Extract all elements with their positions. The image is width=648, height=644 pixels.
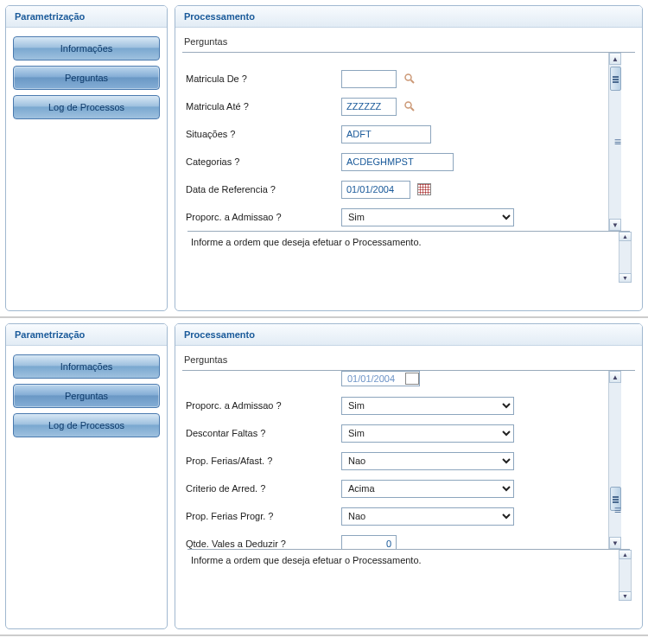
row-criterio-arred: Criterio de Arred. ? Acima — [186, 475, 618, 502]
svg-point-0 — [405, 74, 411, 80]
select-prop-ferias-progr[interactable]: Nao — [341, 507, 514, 526]
section-title: Perguntas — [182, 33, 635, 50]
row-prop-ferias-progr: Prop. Ferias Progr. ? Nao — [186, 502, 618, 530]
help-bar: Informe a ordem que deseja efetuar o Pro… — [187, 231, 630, 283]
help-scrollbar[interactable]: ▲ ▼ — [619, 550, 632, 601]
row-descontar-faltas: Descontar Faltas ? Sim — [186, 419, 618, 447]
sidebar-item-log-processos[interactable]: Log de Processos — [13, 95, 160, 119]
row-proporc-admissao: Proporc. a Admissao ? Sim — [186, 203, 618, 231]
screenshot-1: Parametrização Informações Perguntas Log… — [0, 0, 648, 318]
form-scroll-area: ▲ ≡ ▼ Matricula De ? — [182, 53, 635, 231]
sidebar-panel: Parametrização Informações Perguntas Log… — [5, 323, 168, 629]
label-proporc-admissao: Proporc. a Admissao ? — [186, 400, 341, 411]
row-categorias: Categorias ? — [186, 148, 618, 175]
row-matricula-ate: Matricula Até ? — [186, 92, 618, 120]
sidebar-item-perguntas[interactable]: Perguntas — [13, 66, 160, 90]
label-categorias: Categorias ? — [186, 156, 341, 167]
label-situacoes: Situações ? — [186, 129, 341, 139]
input-categorias[interactable] — [341, 153, 454, 171]
sidebar-title: Parametrização — [6, 6, 167, 28]
label-data-referencia: Data de Referencia ? — [186, 184, 341, 194]
search-icon[interactable] — [403, 73, 416, 85]
select-criterio-arred[interactable]: Acima — [341, 480, 514, 498]
select-descontar-faltas[interactable]: Sim — [341, 424, 514, 443]
sidebar-item-log-processos[interactable]: Log de Processos — [13, 413, 160, 437]
content-title: Processamento — [175, 6, 642, 28]
label-proporc-admissao: Proporc. a Admissao ? — [186, 212, 341, 222]
sidebar-item-informacoes[interactable]: Informações — [13, 354, 160, 379]
content-title: Processamento — [175, 324, 642, 346]
section-title: Perguntas — [182, 351, 635, 368]
input-qtde-vales[interactable] — [341, 535, 397, 550]
select-prop-ferias-afast[interactable]: Nao — [341, 452, 514, 470]
content-panel: Processamento Perguntas ▲ ≡ ▼ Matricula … — [175, 5, 643, 311]
content-panel: Processamento Perguntas ▲ ≡ ▼ 01/01/2004 — [175, 323, 643, 629]
select-proporc-admissao[interactable]: Sim — [341, 397, 514, 415]
help-scroll-down-icon[interactable]: ▼ — [619, 591, 632, 601]
help-scroll-up-icon[interactable]: ▲ — [619, 550, 632, 559]
help-text: Informe a ordem que deseja efetuar o Pro… — [191, 237, 422, 247]
row-qtde-vales: Qtde. Vales a Deduzir ? — [186, 530, 618, 549]
input-data-referencia[interactable] — [341, 181, 410, 199]
form-scroll-area: ▲ ≡ ▼ 01/01/2004 Proporc. a Admissao ? — [182, 371, 635, 549]
label-qtde-vales: Qtde. Vales a Deduzir ? — [186, 539, 341, 549]
sidebar-panel: Parametrização Informações Perguntas Log… — [5, 5, 168, 311]
form-area: 01/01/2004 Proporc. a Admissao ? Sim Des… — [182, 371, 621, 549]
search-icon[interactable] — [403, 100, 416, 112]
select-proporc-admissao[interactable]: Sim — [341, 208, 514, 226]
calendar-icon[interactable] — [417, 183, 431, 195]
help-scroll-up-icon[interactable]: ▲ — [619, 232, 632, 241]
label-matricula-ate: Matricula Até ? — [186, 101, 341, 112]
row-proporc-admissao: Proporc. a Admissao ? Sim — [186, 392, 618, 419]
label-prop-ferias-afast: Prop. Ferias/Afast. ? — [186, 456, 341, 466]
label-matricula-de: Matricula De ? — [186, 73, 341, 84]
row-prop-ferias-afast: Prop. Ferias/Afast. ? Nao — [186, 447, 618, 475]
label-descontar-faltas: Descontar Faltas ? — [186, 428, 341, 438]
sidebar-item-informacoes[interactable]: Informações — [13, 36, 160, 61]
input-matricula-ate[interactable] — [341, 98, 397, 116]
sidebar-body: Informações Perguntas Log de Processos — [6, 346, 167, 451]
input-data-referencia-partial[interactable]: 01/01/2004 — [342, 373, 400, 384]
sidebar-body: Informações Perguntas Log de Processos — [6, 28, 167, 133]
label-criterio-arred: Criterio de Arred. ? — [186, 483, 341, 494]
row-situacoes: Situações ? — [186, 120, 618, 148]
help-bar: Informe a ordem que deseja efetuar o Pro… — [187, 549, 630, 601]
content-body: Perguntas ▲ ≡ ▼ 01/01/2004 — [175, 346, 642, 601]
row-data-referencia: Data de Referencia ? — [186, 175, 618, 203]
help-scroll-track[interactable] — [619, 241, 632, 273]
input-matricula-de[interactable] — [341, 70, 397, 88]
sidebar-item-perguntas[interactable]: Perguntas — [13, 384, 160, 408]
svg-line-1 — [411, 80, 415, 84]
form-area: Matricula De ? Matricula Até ? — [182, 53, 621, 231]
svg-line-3 — [411, 108, 415, 112]
sidebar-title: Parametrização — [6, 324, 167, 346]
row-matricula-de: Matricula De ? — [186, 65, 618, 92]
help-scrollbar[interactable]: ▲ ▼ — [619, 232, 632, 283]
screenshot-2: Parametrização Informações Perguntas Log… — [0, 318, 648, 636]
row-data-referencia-partial: 01/01/2004 — [341, 371, 420, 386]
help-text: Informe a ordem que deseja efetuar o Pro… — [191, 555, 422, 565]
help-scroll-down-icon[interactable]: ▼ — [619, 273, 632, 283]
calendar-icon[interactable] — [405, 373, 419, 385]
content-body: Perguntas ▲ ≡ ▼ Matricula De ? — [175, 28, 642, 283]
label-prop-ferias-progr: Prop. Ferias Progr. ? — [186, 511, 341, 521]
svg-point-2 — [405, 102, 411, 108]
input-situacoes[interactable] — [341, 125, 431, 143]
help-scroll-track[interactable] — [619, 559, 632, 591]
